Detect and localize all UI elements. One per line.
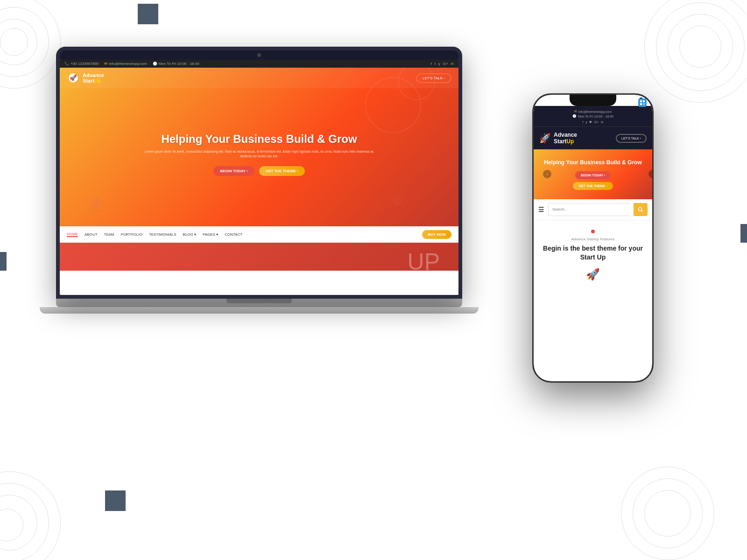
phone-screen: ✉ info@themeshopy.com 🕐 Mon To Fri 10:00… (534, 95, 652, 381)
phone-indicator (638, 98, 647, 107)
phone-body: ✉ info@themeshopy.com 🕐 Mon To Fri 10:00… (532, 93, 654, 383)
topbar-email: ✉ info@themeshopy.com (104, 62, 147, 66)
nav-blog[interactable]: BLOG ▾ (183, 232, 196, 237)
search-icon (638, 207, 643, 212)
hero-next-arrow[interactable]: › (648, 170, 652, 178)
phone-logo-icon: 🚀 (539, 133, 551, 144)
phone-menu-bar: ☰ (534, 199, 652, 220)
laptop-camera (257, 53, 261, 57)
laptop-foot (40, 307, 479, 314)
site-nav: HOME ABOUT TEAM PORTFOLIO TESTIMONIALS B… (60, 226, 458, 243)
laptop-base (56, 299, 462, 307)
features-title: Begin is the best theme for your Start U… (541, 244, 645, 262)
phone-hours: 🕐 Mon To Fri 10:00 - 18:00 (539, 114, 647, 118)
features-subtitle: Advance Startup Features (541, 237, 645, 241)
phone-search-button[interactable] (634, 203, 648, 216)
svg-rect-3 (643, 100, 645, 102)
svg-point-6 (639, 207, 642, 210)
svg-rect-4 (640, 103, 642, 105)
phone-notch (570, 95, 616, 106)
topbar-phone: 📞 +00 1234567890 (64, 62, 99, 66)
phone-topbar: ✉ info@themeshopy.com 🕐 Mon To Fri 10:00… (534, 106, 652, 126)
features-rocket-icon: 🚀 (541, 268, 645, 281)
phone-hero: ‹ › Helping Your Business Build & Grow B… (534, 149, 652, 199)
logo-rocket-icon: 🚀 (67, 71, 80, 84)
phone-theme-button[interactable]: GET THE THEME › (573, 182, 613, 190)
site-hero: 🔮 ⚙ 🚀 Advance (60, 68, 458, 226)
topbar-hours: 🕐 Mon To Fri 10:00 - 18:00 (153, 62, 199, 66)
features-dot (591, 230, 595, 233)
svg-rect-5 (643, 103, 645, 105)
laptop-hinge (226, 299, 292, 303)
square-deco-4 (740, 224, 747, 243)
square-deco-1 (138, 4, 158, 24)
phone-search-input[interactable] (548, 203, 630, 216)
logo-text: Advance StartUp (83, 72, 104, 84)
laptop-stand (56, 299, 462, 314)
nav-about[interactable]: ABOUT (85, 232, 98, 237)
laptop-body: 📞 +00 1234567890 ✉ info@themeshopy.com 🕐… (56, 47, 462, 299)
laptop-screen: 📞 +00 1234567890 ✉ info@themeshopy.com 🕐… (60, 60, 458, 295)
svg-line-7 (641, 210, 643, 212)
buy-now-button[interactable]: BUY NOW (422, 230, 451, 239)
site-topbar: 📞 +00 1234567890 ✉ info@themeshopy.com 🕐… (60, 60, 458, 68)
hero-bottom: UP (60, 243, 458, 271)
phone-lets-talk-button[interactable]: LET'S TALK › (616, 134, 647, 143)
phone-hero-arrows: ‹ › (541, 170, 652, 178)
nav-contact[interactable]: CONTACT (225, 232, 242, 237)
site-logo: 🚀 Advance StartUp (67, 71, 104, 84)
svg-text:🚀: 🚀 (70, 74, 77, 82)
nav-home[interactable]: HOME (67, 232, 78, 237)
site-header: 🚀 Advance StartUp LET'S TALK › (60, 68, 458, 88)
phone-features-section: Advance Startup Features Begin is the be… (534, 220, 652, 290)
topbar-social: f t y G+ in (430, 62, 454, 66)
laptop-device: 📞 +00 1234567890 ✉ info@themeshopy.com 🕐… (56, 47, 462, 317)
hero-bg-pattern: 🔮 ⚙ (60, 68, 458, 226)
nav-team[interactable]: TEAM (104, 232, 114, 237)
svg-rect-2 (640, 100, 642, 102)
phone-device: ✉ info@themeshopy.com 🕐 Mon To Fri 10:00… (532, 93, 654, 383)
nav-portfolio[interactable]: PORTFOLIO (121, 232, 142, 237)
lets-talk-button[interactable]: LET'S TALK › (416, 73, 451, 83)
square-deco-3 (105, 490, 126, 511)
nav-testimonials[interactable]: TESTIMONIALS (149, 232, 176, 237)
phone-header: 🚀 Advance StartUp LET'S TALK › (534, 126, 652, 149)
phone-hero-title: Helping Your Business Build & Grow (541, 159, 645, 167)
phone-social: f y ▶ G+ in (539, 120, 647, 124)
phone-email: ✉ info@themeshopy.com (539, 110, 647, 113)
hero-prev-arrow[interactable]: ‹ (543, 170, 551, 178)
phone-logo-text: Advance StartUp (554, 132, 577, 145)
square-deco-2 (0, 252, 7, 271)
phone-logo: 🚀 Advance StartUp (539, 132, 577, 145)
hamburger-icon[interactable]: ☰ (538, 206, 544, 213)
nav-pages[interactable]: PAGES ▾ (203, 232, 218, 237)
